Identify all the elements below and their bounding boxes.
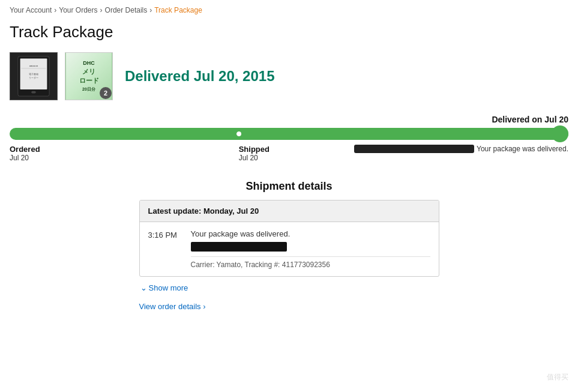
shipment-header: Latest update: Monday, Jul 20 [140, 201, 439, 222]
delivered-inner: Your package was delivered. [334, 145, 568, 153]
tracker-wrapper [10, 128, 568, 140]
svg-text:電子書籍: 電子書籍 [29, 73, 38, 76]
shipped-title: Shipped [239, 145, 334, 154]
delivered-text: Your package was delivered. [477, 145, 568, 153]
breadcrumb: Your Account › Your Orders › Order Detai… [10, 6, 568, 14]
breadcrumb-sep-3: › [149, 6, 152, 14]
dhc-title-text: DHC [83, 60, 95, 66]
show-more-chevron: ⌄ [140, 283, 147, 292]
shipment-body: 3:16 PM Your package was delivered. Carr… [140, 222, 439, 276]
delivered-on-label: Delivered on Jul 20 [10, 115, 568, 124]
shipment-time: 3:16 PM [148, 229, 181, 240]
show-more-link[interactable]: ⌄ Show more [140, 283, 188, 292]
dhc-kana-text: メリロード [79, 67, 99, 85]
breadcrumb-current: Track Package [154, 6, 202, 14]
svg-rect-6 [31, 91, 35, 94]
breadcrumb-sep-2: › [100, 6, 103, 14]
shipment-desc: Your package was delivered. [191, 229, 430, 238]
view-order-link[interactable]: View order details › [139, 302, 439, 311]
shipment-redacted-bar [191, 242, 287, 252]
progress-bar-container [10, 128, 568, 140]
delivered-circle [552, 125, 568, 142]
kindle-svg-icon: amazon 電子書籍 リーダー [16, 55, 52, 97]
shipped-label-group: Shipped Jul 20 [239, 145, 334, 162]
kindle-image: amazon 電子書籍 リーダー [10, 52, 58, 100]
svg-text:amazon: amazon [29, 64, 38, 67]
delivered-redacted-bar [354, 145, 474, 153]
product-badge: 2 [100, 87, 112, 99]
product-row: amazon 電子書籍 リーダー DHC メリロード 20日分 2 Delive… [10, 52, 568, 100]
tracker-section: Delivered on Jul 20 Ordered Jul 20 Shipp… [10, 115, 568, 162]
tracker-labels: Ordered Jul 20 Shipped Jul 20 Your packa… [10, 145, 568, 162]
kindle-product: amazon 電子書籍 リーダー [10, 52, 58, 100]
shipment-redacted-wrap [191, 241, 430, 253]
ordered-title: Ordered [10, 145, 239, 154]
svg-text:リーダー: リーダー [29, 76, 38, 79]
show-more-label: Show more [149, 283, 188, 292]
ordered-date: Jul 20 [10, 154, 239, 162]
delivery-status: Delivered Jul 20, 2015 [125, 68, 275, 85]
ordered-label-group: Ordered Jul 20 [10, 145, 239, 162]
shipped-dot [235, 130, 242, 137]
progress-bar [10, 128, 568, 140]
shipped-date: Jul 20 [239, 154, 334, 162]
shipment-box: Latest update: Monday, Jul 20 3:16 PM Yo… [139, 200, 439, 277]
breadcrumb-sep-1: › [54, 6, 56, 14]
page-title: Track Package [10, 23, 568, 41]
shipment-carrier: Carrier: Yamato, Tracking #: 41177309235… [191, 256, 430, 269]
shipment-detail: Your package was delivered. Carrier: Yam… [191, 229, 430, 269]
svg-rect-3 [21, 68, 46, 68]
shipment-row: 3:16 PM Your package was delivered. Carr… [148, 229, 430, 269]
shipment-title: Shipment details [139, 180, 439, 193]
breadcrumb-order-details[interactable]: Order Details [105, 6, 148, 14]
dhc-count: 20日分 [82, 86, 95, 92]
breadcrumb-account[interactable]: Your Account [10, 6, 52, 14]
breadcrumb-orders[interactable]: Your Orders [59, 6, 97, 14]
dhc-product: DHC メリロード 20日分 2 [65, 52, 113, 100]
delivered-label-group: Your package was delivered. [334, 145, 568, 153]
shipment-section: Shipment details Latest update: Monday, … [139, 180, 439, 311]
